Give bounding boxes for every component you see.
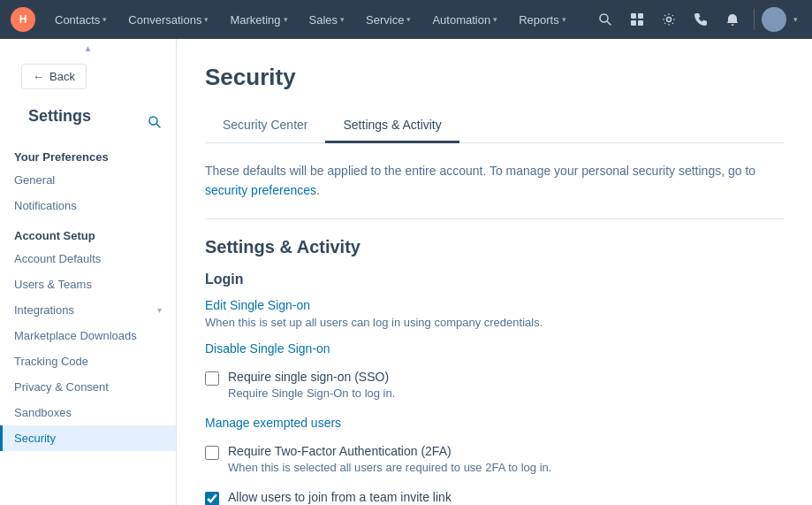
require-sso-checkbox[interactable] bbox=[205, 371, 219, 386]
require-2fa-block: Require Two-Factor Authentication (2FA) … bbox=[205, 444, 784, 476]
nav-conversations[interactable]: Conversations ▾ bbox=[119, 10, 217, 30]
user-avatar[interactable] bbox=[762, 7, 786, 32]
bell-icon[interactable] bbox=[718, 5, 747, 34]
svg-line-8 bbox=[157, 125, 161, 128]
nav-icon-group: ▾ bbox=[591, 5, 801, 34]
chevron-down-icon: ▾ bbox=[493, 15, 497, 24]
hubspot-logo[interactable]: H bbox=[11, 7, 35, 32]
chevron-down-icon: ▾ bbox=[204, 15, 209, 24]
chevron-down-icon: ▾ bbox=[406, 15, 411, 24]
nav-automation[interactable]: Automation ▾ bbox=[423, 10, 506, 30]
allow-invite-label: Allow users to join from a team invite l… bbox=[228, 490, 740, 504]
nav-service[interactable]: Service ▾ bbox=[357, 10, 420, 30]
allow-invite-checkbox[interactable] bbox=[205, 492, 219, 505]
svg-line-1 bbox=[608, 22, 611, 26]
section-title-settings-activity: Settings & Activity bbox=[205, 237, 784, 257]
subsection-title-login: Login bbox=[205, 272, 784, 287]
svg-point-6 bbox=[667, 18, 672, 22]
edit-sso-link[interactable]: Edit Single Sign-on bbox=[205, 298, 784, 312]
manage-exempted-users-link[interactable]: Manage exempted users bbox=[205, 416, 784, 430]
sidebar: ▲ ← Back Settings Your Preferences Gener… bbox=[0, 39, 177, 505]
require-sso-label: Require single sign-on (SSO) bbox=[228, 370, 395, 384]
require-2fa-label: Require Two-Factor Authentication (2FA) bbox=[228, 444, 551, 458]
scroll-up-indicator: ▲ bbox=[0, 39, 176, 57]
edit-sso-description: When this is set up all users can log in… bbox=[205, 316, 784, 329]
page-title: Security bbox=[205, 64, 784, 91]
grid-icon[interactable] bbox=[623, 5, 651, 34]
sidebar-item-tracking-code[interactable]: Tracking Code bbox=[0, 348, 176, 374]
sidebar-section-your-preferences: Your Preferences bbox=[0, 140, 176, 167]
sidebar-item-marketplace[interactable]: Marketplace Downloads bbox=[0, 323, 176, 348]
sidebar-item-users-teams[interactable]: Users & Teams bbox=[0, 272, 176, 297]
top-navigation: H Contacts ▾ Conversations ▾ Marketing ▾… bbox=[0, 0, 812, 39]
chevron-down-icon: ▾ bbox=[793, 15, 798, 24]
sidebar-item-notifications[interactable]: Notifications bbox=[0, 193, 176, 218]
chevron-down-icon: ▾ bbox=[284, 15, 288, 24]
back-button[interactable]: ← Back bbox=[21, 64, 87, 89]
require-sso-description: Require Single Sign-On to log in. bbox=[228, 386, 395, 402]
svg-point-7 bbox=[149, 117, 157, 125]
nav-account-chevron[interactable]: ▾ bbox=[790, 11, 801, 27]
svg-point-0 bbox=[600, 14, 608, 22]
sidebar-item-privacy-consent[interactable]: Privacy & Consent bbox=[0, 374, 176, 400]
sidebar-section-account-setup: Account Setup bbox=[0, 218, 176, 246]
nav-divider bbox=[754, 9, 755, 30]
tab-bar: Security Center Settings & Activity bbox=[205, 109, 784, 143]
svg-rect-2 bbox=[631, 13, 636, 19]
svg-rect-3 bbox=[638, 13, 643, 19]
sidebar-item-account-defaults[interactable]: Account Defaults bbox=[0, 246, 176, 272]
chevron-down-icon: ▾ bbox=[340, 15, 345, 24]
main-content: Security Security Center Settings & Acti… bbox=[177, 39, 812, 505]
svg-rect-4 bbox=[631, 20, 636, 26]
chevron-down-icon: ▾ bbox=[562, 15, 566, 24]
gear-icon[interactable] bbox=[655, 5, 683, 34]
require-2fa-checkbox[interactable] bbox=[205, 446, 219, 460]
search-icon[interactable] bbox=[591, 5, 619, 34]
sidebar-title: Settings bbox=[14, 107, 105, 140]
require-sso-block: Require single sign-on (SSO) Require Sin… bbox=[205, 370, 784, 402]
require-2fa-description: When this is selected all users are requ… bbox=[228, 460, 551, 476]
page-description: These defaults will be applied to the en… bbox=[205, 161, 784, 219]
nav-contacts[interactable]: Contacts ▾ bbox=[46, 10, 116, 30]
nav-reports[interactable]: Reports ▾ bbox=[510, 10, 575, 30]
svg-rect-5 bbox=[638, 20, 643, 26]
security-preferences-link[interactable]: security preferences bbox=[205, 183, 316, 197]
tab-settings-activity[interactable]: Settings & Activity bbox=[325, 109, 459, 143]
sidebar-item-general[interactable]: General bbox=[0, 167, 176, 193]
sidebar-item-security[interactable]: Security bbox=[0, 425, 176, 451]
disable-sso-link[interactable]: Disable Single Sign-on bbox=[205, 341, 784, 356]
allow-invite-block: Allow users to join from a team invite l… bbox=[205, 490, 784, 505]
app-body: ▲ ← Back Settings Your Preferences Gener… bbox=[0, 39, 812, 505]
phone-icon[interactable] bbox=[687, 5, 715, 34]
sidebar-item-sandboxes[interactable]: Sandboxes bbox=[0, 400, 176, 425]
nav-sales[interactable]: Sales ▾ bbox=[300, 10, 354, 30]
settings-search-icon[interactable] bbox=[144, 111, 165, 135]
chevron-down-icon: ▾ bbox=[102, 15, 107, 24]
sidebar-item-integrations[interactable]: Integrations ▾ bbox=[0, 297, 176, 323]
back-arrow-icon: ← bbox=[33, 70, 44, 83]
tab-security-center[interactable]: Security Center bbox=[205, 109, 325, 143]
chevron-down-icon: ▾ bbox=[157, 305, 162, 315]
nav-marketing[interactable]: Marketing ▾ bbox=[221, 10, 296, 30]
